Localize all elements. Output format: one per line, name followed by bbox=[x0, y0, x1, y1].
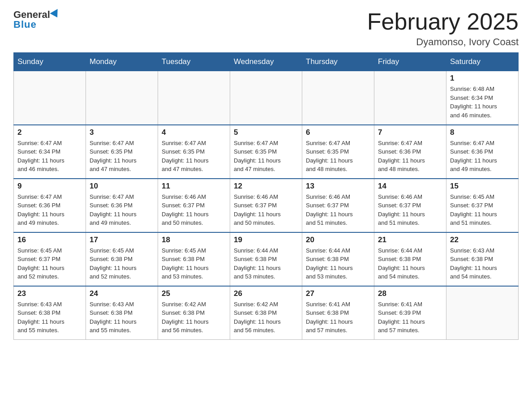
calendar-cell: 10Sunrise: 6:47 AM Sunset: 6:36 PM Dayli… bbox=[86, 179, 158, 232]
weekday-header-monday: Monday bbox=[86, 53, 158, 71]
day-info: Sunrise: 6:48 AM Sunset: 6:34 PM Dayligh… bbox=[450, 85, 515, 120]
day-info: Sunrise: 6:47 AM Sunset: 6:36 PM Dayligh… bbox=[90, 193, 154, 227]
day-info: Sunrise: 6:47 AM Sunset: 6:35 PM Dayligh… bbox=[162, 139, 226, 174]
day-info: Sunrise: 6:43 AM Sunset: 6:38 PM Dayligh… bbox=[17, 300, 82, 335]
day-number: 27 bbox=[306, 289, 370, 298]
day-info: Sunrise: 6:46 AM Sunset: 6:37 PM Dayligh… bbox=[234, 193, 298, 227]
calendar-cell: 5Sunrise: 6:47 AM Sunset: 6:35 PM Daylig… bbox=[230, 125, 302, 179]
day-info: Sunrise: 6:41 AM Sunset: 6:38 PM Dayligh… bbox=[306, 300, 370, 335]
day-number: 11 bbox=[162, 182, 226, 191]
day-number: 3 bbox=[90, 128, 154, 137]
calendar-cell: 25Sunrise: 6:42 AM Sunset: 6:38 PM Dayli… bbox=[158, 286, 230, 340]
day-number: 1 bbox=[450, 74, 515, 83]
calendar-cell bbox=[230, 71, 302, 125]
day-info: Sunrise: 6:43 AM Sunset: 6:38 PM Dayligh… bbox=[450, 246, 515, 281]
day-number: 12 bbox=[234, 182, 298, 191]
day-number: 5 bbox=[234, 128, 298, 137]
day-number: 15 bbox=[450, 182, 515, 191]
calendar-week-row: 1Sunrise: 6:48 AM Sunset: 6:34 PM Daylig… bbox=[14, 71, 519, 125]
calendar-cell: 9Sunrise: 6:47 AM Sunset: 6:36 PM Daylig… bbox=[14, 179, 86, 232]
calendar-cell: 18Sunrise: 6:45 AM Sunset: 6:38 PM Dayli… bbox=[158, 232, 230, 286]
day-info: Sunrise: 6:45 AM Sunset: 6:38 PM Dayligh… bbox=[90, 246, 154, 281]
calendar-cell: 8Sunrise: 6:47 AM Sunset: 6:36 PM Daylig… bbox=[446, 125, 519, 179]
day-number: 6 bbox=[306, 128, 370, 137]
day-number: 8 bbox=[450, 128, 515, 137]
day-info: Sunrise: 6:45 AM Sunset: 6:37 PM Dayligh… bbox=[17, 246, 82, 281]
weekday-header-thursday: Thursday bbox=[302, 53, 374, 71]
calendar-cell: 23Sunrise: 6:43 AM Sunset: 6:38 PM Dayli… bbox=[14, 286, 86, 340]
day-info: Sunrise: 6:43 AM Sunset: 6:38 PM Dayligh… bbox=[90, 300, 154, 335]
day-number: 9 bbox=[17, 182, 82, 191]
day-info: Sunrise: 6:44 AM Sunset: 6:38 PM Dayligh… bbox=[234, 246, 298, 281]
calendar-cell bbox=[14, 71, 86, 125]
day-number: 14 bbox=[378, 182, 442, 191]
day-number: 10 bbox=[90, 182, 154, 191]
day-number: 22 bbox=[450, 235, 515, 244]
calendar-cell: 17Sunrise: 6:45 AM Sunset: 6:38 PM Dayli… bbox=[86, 232, 158, 286]
day-number: 25 bbox=[162, 289, 226, 298]
calendar-cell: 26Sunrise: 6:42 AM Sunset: 6:38 PM Dayli… bbox=[230, 286, 302, 340]
day-number: 21 bbox=[378, 235, 442, 244]
calendar-cell: 21Sunrise: 6:44 AM Sunset: 6:38 PM Dayli… bbox=[374, 232, 446, 286]
title-block: February 2025 Dyamonso, Ivory Coast bbox=[367, 9, 519, 48]
calendar-cell: 19Sunrise: 6:44 AM Sunset: 6:38 PM Dayli… bbox=[230, 232, 302, 286]
weekday-header-friday: Friday bbox=[374, 53, 446, 71]
calendar-cell: 3Sunrise: 6:47 AM Sunset: 6:35 PM Daylig… bbox=[86, 125, 158, 179]
calendar-cell: 16Sunrise: 6:45 AM Sunset: 6:37 PM Dayli… bbox=[14, 232, 86, 286]
day-number: 4 bbox=[162, 128, 226, 137]
day-number: 18 bbox=[162, 235, 226, 244]
calendar-table: SundayMondayTuesdayWednesdayThursdayFrid… bbox=[13, 52, 519, 340]
day-number: 28 bbox=[378, 289, 442, 298]
weekday-header-saturday: Saturday bbox=[446, 53, 519, 71]
day-number: 24 bbox=[90, 289, 154, 298]
calendar-cell: 11Sunrise: 6:46 AM Sunset: 6:37 PM Dayli… bbox=[158, 179, 230, 232]
day-info: Sunrise: 6:47 AM Sunset: 6:36 PM Dayligh… bbox=[378, 139, 442, 174]
calendar-cell: 2Sunrise: 6:47 AM Sunset: 6:34 PM Daylig… bbox=[14, 125, 86, 179]
day-info: Sunrise: 6:45 AM Sunset: 6:37 PM Dayligh… bbox=[450, 193, 515, 227]
day-number: 26 bbox=[234, 289, 298, 298]
day-number: 23 bbox=[17, 289, 82, 298]
calendar-cell: 1Sunrise: 6:48 AM Sunset: 6:34 PM Daylig… bbox=[446, 71, 519, 125]
weekday-header-tuesday: Tuesday bbox=[158, 53, 230, 71]
calendar-cell: 12Sunrise: 6:46 AM Sunset: 6:37 PM Dayli… bbox=[230, 179, 302, 232]
calendar-header-row: SundayMondayTuesdayWednesdayThursdayFrid… bbox=[14, 53, 519, 71]
day-number: 17 bbox=[90, 235, 154, 244]
day-info: Sunrise: 6:47 AM Sunset: 6:34 PM Dayligh… bbox=[17, 139, 82, 174]
day-info: Sunrise: 6:45 AM Sunset: 6:38 PM Dayligh… bbox=[162, 246, 226, 281]
calendar-cell bbox=[158, 71, 230, 125]
calendar-cell: 22Sunrise: 6:43 AM Sunset: 6:38 PM Dayli… bbox=[446, 232, 519, 286]
calendar-cell: 15Sunrise: 6:45 AM Sunset: 6:37 PM Dayli… bbox=[446, 179, 519, 232]
logo-triangle-icon bbox=[50, 9, 61, 20]
day-number: 7 bbox=[378, 128, 442, 137]
day-info: Sunrise: 6:42 AM Sunset: 6:38 PM Dayligh… bbox=[234, 300, 298, 335]
day-number: 20 bbox=[306, 235, 370, 244]
day-info: Sunrise: 6:47 AM Sunset: 6:36 PM Dayligh… bbox=[17, 193, 82, 227]
day-info: Sunrise: 6:46 AM Sunset: 6:37 PM Dayligh… bbox=[162, 193, 226, 227]
location-title: Dyamonso, Ivory Coast bbox=[367, 36, 519, 48]
day-info: Sunrise: 6:47 AM Sunset: 6:35 PM Dayligh… bbox=[234, 139, 298, 174]
calendar-cell: 14Sunrise: 6:46 AM Sunset: 6:37 PM Dayli… bbox=[374, 179, 446, 232]
day-number: 2 bbox=[17, 128, 82, 137]
day-number: 13 bbox=[306, 182, 370, 191]
calendar-cell bbox=[374, 71, 446, 125]
calendar-week-row: 23Sunrise: 6:43 AM Sunset: 6:38 PM Dayli… bbox=[14, 286, 519, 340]
day-number: 19 bbox=[234, 235, 298, 244]
weekday-header-sunday: Sunday bbox=[14, 53, 86, 71]
month-title: February 2025 bbox=[367, 9, 519, 34]
calendar-cell bbox=[446, 286, 519, 340]
calendar-cell: 6Sunrise: 6:47 AM Sunset: 6:35 PM Daylig… bbox=[302, 125, 374, 179]
day-info: Sunrise: 6:47 AM Sunset: 6:35 PM Dayligh… bbox=[306, 139, 370, 174]
calendar-cell: 13Sunrise: 6:46 AM Sunset: 6:37 PM Dayli… bbox=[302, 179, 374, 232]
day-info: Sunrise: 6:41 AM Sunset: 6:39 PM Dayligh… bbox=[378, 300, 442, 335]
calendar-cell: 24Sunrise: 6:43 AM Sunset: 6:38 PM Dayli… bbox=[86, 286, 158, 340]
day-info: Sunrise: 6:47 AM Sunset: 6:36 PM Dayligh… bbox=[450, 139, 515, 174]
calendar-cell: 27Sunrise: 6:41 AM Sunset: 6:38 PM Dayli… bbox=[302, 286, 374, 340]
day-info: Sunrise: 6:46 AM Sunset: 6:37 PM Dayligh… bbox=[378, 193, 442, 227]
calendar-cell bbox=[302, 71, 374, 125]
calendar-cell: 7Sunrise: 6:47 AM Sunset: 6:36 PM Daylig… bbox=[374, 125, 446, 179]
calendar-week-row: 2Sunrise: 6:47 AM Sunset: 6:34 PM Daylig… bbox=[14, 125, 519, 179]
day-info: Sunrise: 6:47 AM Sunset: 6:35 PM Dayligh… bbox=[90, 139, 154, 174]
logo-blue-text: Blue bbox=[13, 19, 37, 30]
logo: General Blue bbox=[13, 9, 60, 30]
day-info: Sunrise: 6:46 AM Sunset: 6:37 PM Dayligh… bbox=[306, 193, 370, 227]
